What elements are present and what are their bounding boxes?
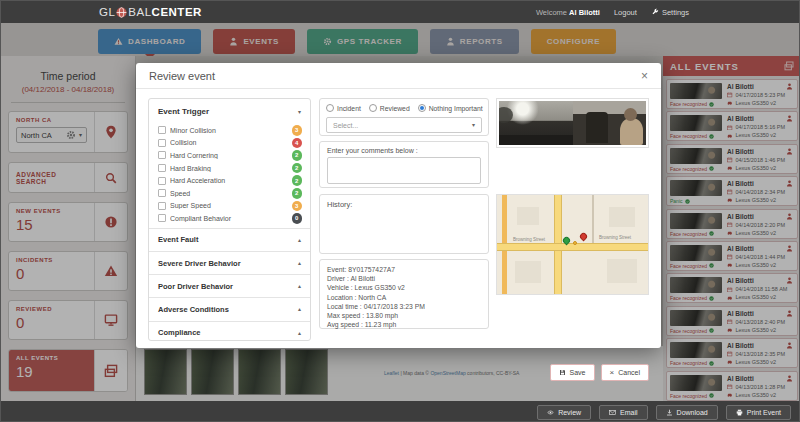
trigger-label: Speed <box>170 190 288 197</box>
welcome-label: Welcome <box>536 8 567 17</box>
user-name: Al Bilotti <box>569 8 600 17</box>
radio-circle <box>326 104 334 112</box>
reason-select[interactable]: Select... ▾ <box>326 117 482 133</box>
map-road <box>592 195 594 245</box>
x-icon: × <box>610 369 615 377</box>
radio-option[interactable]: Incident <box>326 104 361 112</box>
bottom-action-bar: Review Email Download Print Event <box>1 401 800 422</box>
checkbox[interactable] <box>158 202 166 210</box>
event-detail-line: Vehicle : Lexus GS350 v2 <box>327 283 481 292</box>
cancel-label: Cancel <box>618 369 640 376</box>
accordion-header[interactable]: Event Fault ▴ <box>149 228 310 251</box>
checkbox[interactable] <box>158 189 166 197</box>
comments-label: Enter your comments below : <box>327 147 481 154</box>
printer-icon <box>736 409 743 416</box>
trigger-item[interactable]: Collision 4 <box>149 137 310 150</box>
checkbox[interactable] <box>158 139 166 147</box>
review-event-modal: Review event × Event Trigger ▾ Minor Col… <box>136 63 661 348</box>
event-map[interactable]: Browning Street Browning Street <box>496 194 649 295</box>
event-detail-line: Event: 8Y01757427A7 <box>327 265 481 274</box>
trigger-item[interactable]: Hard Braking 2 <box>149 162 310 175</box>
dashcam-snapshot[interactable] <box>496 98 649 148</box>
accordion-header[interactable]: Adverse Conditions ▴ <box>149 297 310 320</box>
globe-icon <box>116 7 127 18</box>
trigger-label: Hard Cornering <box>170 152 288 159</box>
street-label: Browning Street <box>599 235 631 240</box>
brand-gl: GL <box>99 6 115 18</box>
chevron-up-icon: ▴ <box>298 260 301 266</box>
checkbox[interactable] <box>158 177 166 185</box>
checkbox[interactable] <box>158 126 166 134</box>
comments-textarea[interactable] <box>327 157 481 184</box>
chevron-up-icon: ▴ <box>298 330 301 336</box>
history-panel: History: <box>319 194 489 254</box>
print-event-button[interactable]: Print Event <box>726 405 791 420</box>
map-marker-end[interactable] <box>579 232 589 242</box>
close-icon[interactable]: × <box>641 70 648 82</box>
event-detail-line: Driver : Al Bilotti <box>327 274 481 283</box>
radio-option[interactable]: Nothing Important <box>418 104 483 112</box>
status-radios: Incident Reviewed Nothing Important <box>326 104 482 112</box>
welcome-user: Welcome Al Bilotti <box>536 8 600 17</box>
print-event-label: Print Event <box>747 409 781 416</box>
accordion-label: Adverse Conditions <box>158 305 229 314</box>
cancel-button[interactable]: × Cancel <box>601 364 649 381</box>
download-label: Download <box>677 409 708 416</box>
top-bar: GL BAL CENTER Welcome Al Bilotti Logout … <box>1 1 800 23</box>
trigger-label: Hard Acceleration <box>170 177 288 184</box>
accordion-header[interactable]: Compliance ▴ <box>149 321 310 342</box>
select-placeholder: Select... <box>333 122 358 129</box>
event-trigger-header[interactable]: Event Trigger ▾ <box>149 99 310 124</box>
radio-option[interactable]: Reviewed <box>369 104 410 112</box>
count-badge: 2 <box>292 163 303 174</box>
count-badge: 2 <box>292 188 303 199</box>
chevron-up-icon: ▴ <box>298 237 301 243</box>
settings-link[interactable]: Settings <box>651 8 689 17</box>
chevron-up-icon: ▴ <box>298 306 301 312</box>
download-button[interactable]: Download <box>656 405 718 420</box>
trigger-item[interactable]: Minor Collision 3 <box>149 124 310 137</box>
settings-label: Settings <box>662 8 689 17</box>
brand-logo: GL BAL CENTER <box>99 6 202 18</box>
count-badge: 0 <box>292 213 303 224</box>
chevron-down-icon: ▾ <box>298 109 301 115</box>
map-marker-mid[interactable] <box>573 241 577 245</box>
trigger-item[interactable]: Compliant Behavior 0 <box>149 212 310 225</box>
email-label: Email <box>620 409 638 416</box>
checkbox[interactable] <box>158 214 166 222</box>
dashcam-cabin-view <box>573 101 647 145</box>
radio-circle <box>418 104 426 112</box>
checkbox[interactable] <box>158 164 166 172</box>
accordion-sections: Event Fault ▴ Severe Driver Behavior ▴ P… <box>149 228 310 341</box>
count-badge: 2 <box>292 150 303 161</box>
radio-label: Reviewed <box>380 105 410 112</box>
accordion-header[interactable]: Poor Driver Behavior ▴ <box>149 274 310 297</box>
email-button[interactable]: Email <box>599 405 648 420</box>
trigger-list: Minor Collision 3 Collision 4 Hard Corne… <box>149 124 310 228</box>
map-block <box>517 207 539 225</box>
brand-center: CENTER <box>152 6 202 18</box>
radio-label: Incident <box>337 105 361 112</box>
map-block <box>609 207 635 227</box>
accordion-header[interactable]: Severe Driver Behavior ▴ <box>149 251 310 274</box>
radio-dot <box>420 106 424 110</box>
checkbox[interactable] <box>158 151 166 159</box>
chevron-down-icon: ▾ <box>472 122 475 128</box>
dashcam-road-view <box>499 101 573 145</box>
accordion-label: Poor Driver Behavior <box>158 282 233 291</box>
review-label: Review <box>558 409 581 416</box>
trigger-item[interactable]: Hard Cornering 2 <box>149 149 310 162</box>
modal-buttons: Save × Cancel <box>496 364 649 381</box>
logout-link[interactable]: Logout <box>614 8 637 17</box>
review-button[interactable]: Review <box>537 405 591 420</box>
trigger-item[interactable]: Super Speed 3 <box>149 200 310 213</box>
comments-panel: Enter your comments below : <box>319 141 489 188</box>
modal-title: Review event <box>149 70 215 82</box>
wrench-icon <box>651 8 659 16</box>
save-button[interactable]: Save <box>550 364 595 381</box>
trigger-item[interactable]: Speed 2 <box>149 187 310 200</box>
trigger-label: Collision <box>170 139 288 146</box>
trigger-item[interactable]: Hard Acceleration 2 <box>149 174 310 187</box>
event-detail-line: Max speed : 13.80 mph <box>327 311 481 320</box>
trigger-label: Hard Braking <box>170 165 288 172</box>
